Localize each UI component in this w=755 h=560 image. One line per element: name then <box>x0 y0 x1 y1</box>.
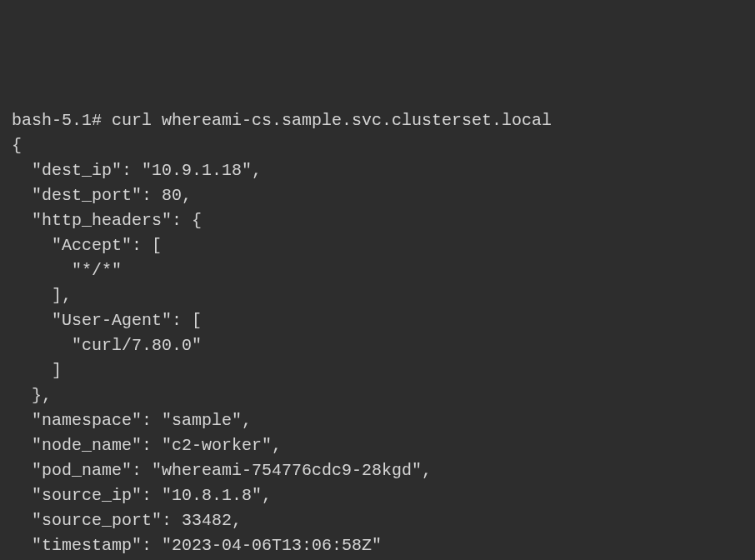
output-line: "node_name": "c2-worker", <box>12 433 743 458</box>
output-line: "source_port": 33482, <box>12 508 743 533</box>
output-line: "timestamp": "2023-04-06T13:06:58Z" <box>12 533 743 558</box>
output-line: "http_headers": { <box>12 208 743 233</box>
shell-prompt: bash-5.1# <box>12 111 112 130</box>
output-line: ], <box>12 283 743 308</box>
output-line: "pod_name": "whereami-754776cdc9-28kgd", <box>12 458 743 483</box>
output-line: "curl/7.80.0" <box>12 333 743 358</box>
output-line: "Accept": [ <box>12 233 743 258</box>
output-line: "namespace": "sample", <box>12 408 743 433</box>
output-line: "User-Agent": [ <box>12 308 743 333</box>
output-line: "dest_port": 80, <box>12 183 743 208</box>
output-line: ] <box>12 358 743 383</box>
curl-command: curl whereami-cs.sample.svc.clusterset.l… <box>112 111 552 130</box>
output-line: { <box>12 133 743 158</box>
output-line: "source_ip": "10.8.1.8", <box>12 483 743 508</box>
output-line: "dest_ip": "10.9.1.18", <box>12 158 743 183</box>
output-line: "*/*" <box>12 258 743 283</box>
output-line: }, <box>12 383 743 408</box>
command-line[interactable]: bash-5.1# curl whereami-cs.sample.svc.cl… <box>12 108 743 133</box>
